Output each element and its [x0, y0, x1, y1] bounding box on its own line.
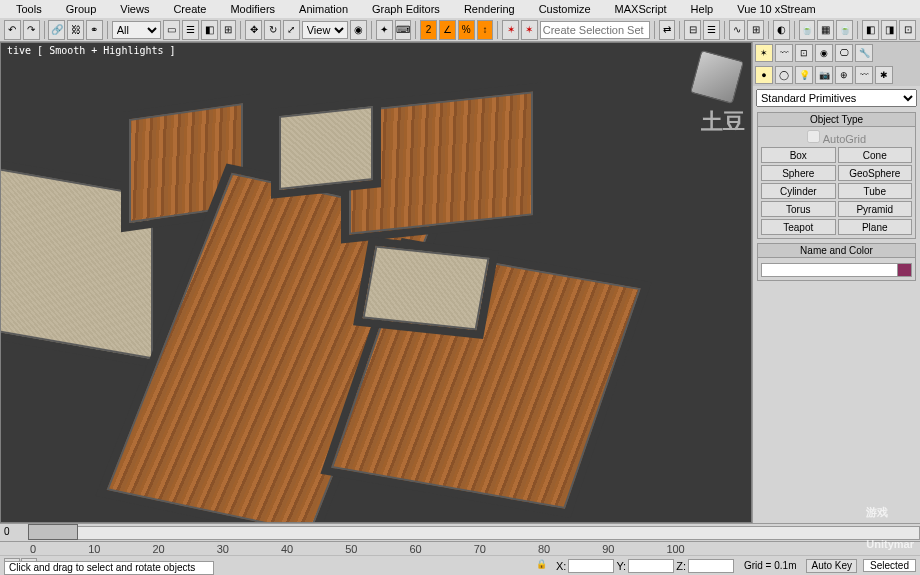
name-color-rollout: Name and Color: [757, 243, 916, 281]
cone-button[interactable]: Cone: [838, 147, 913, 163]
shapes-tab[interactable]: ◯: [775, 66, 793, 84]
menu-customize[interactable]: Customize: [527, 3, 603, 15]
menu-modifiers[interactable]: Modifiers: [218, 3, 287, 15]
frame-number: 0: [4, 526, 10, 537]
modify-tab[interactable]: 〰: [775, 44, 793, 62]
spinner-snap-button[interactable]: ↕: [477, 20, 494, 40]
menu-group[interactable]: Group: [54, 3, 109, 15]
autokey-button[interactable]: Auto Key: [806, 559, 857, 573]
schematic-button[interactable]: ⊞: [747, 20, 764, 40]
object-name-input[interactable]: [762, 264, 897, 276]
menu-animation[interactable]: Animation: [287, 3, 360, 15]
select-manipulate-button[interactable]: ✦: [376, 20, 393, 40]
cylinder-button[interactable]: Cylinder: [761, 183, 836, 199]
separator: [724, 21, 725, 39]
cameras-tab[interactable]: 📷: [815, 66, 833, 84]
key-mode-dropdown[interactable]: Selected: [863, 559, 916, 572]
menu-bar[interactable]: Tools Group Views Create Modifiers Anima…: [0, 0, 920, 18]
z-input[interactable]: [688, 559, 734, 573]
render-button[interactable]: 🍵: [836, 20, 853, 40]
separator: [679, 21, 680, 39]
separator: [44, 21, 45, 39]
create-tab[interactable]: ✶: [755, 44, 773, 62]
systems-tab[interactable]: ✱: [875, 66, 893, 84]
autogrid-checkbox[interactable]: [807, 130, 820, 143]
helpers-tab[interactable]: ⊕: [835, 66, 853, 84]
separator: [794, 21, 795, 39]
extra-1-button[interactable]: ◧: [862, 20, 879, 40]
select-name-button[interactable]: ☰: [182, 20, 199, 40]
lock-icon[interactable]: 🔒: [536, 559, 550, 573]
motion-tab[interactable]: ◉: [815, 44, 833, 62]
hierarchy-tab[interactable]: ⊡: [795, 44, 813, 62]
render-setup-button[interactable]: 🍵: [799, 20, 816, 40]
curve-editor-button[interactable]: ∿: [729, 20, 746, 40]
geosphere-button[interactable]: GeoSphere: [838, 165, 913, 181]
pyramid-button[interactable]: Pyramid: [838, 201, 913, 217]
keyboard-shortcut-button[interactable]: ⌨: [395, 20, 412, 40]
selection-filter-dropdown[interactable]: All: [112, 21, 162, 39]
plane-button[interactable]: Plane: [838, 219, 913, 235]
perspective-viewport[interactable]: tive [ Smooth + Highlights ] 土豆: [0, 42, 752, 523]
snap-2d-button[interactable]: 2: [420, 20, 437, 40]
selection-set-input[interactable]: [540, 21, 650, 39]
mirror-button[interactable]: ⇄: [659, 20, 676, 40]
lights-tab[interactable]: 💡: [795, 66, 813, 84]
bind-button[interactable]: ⚭: [86, 20, 103, 40]
undo-button[interactable]: ↶: [4, 20, 21, 40]
align-button[interactable]: ⊟: [684, 20, 701, 40]
sphere-button[interactable]: Sphere: [761, 165, 836, 181]
utilities-tab[interactable]: 🔧: [855, 44, 873, 62]
y-label: Y:: [616, 560, 626, 572]
torus-button[interactable]: Torus: [761, 201, 836, 217]
teapot-button[interactable]: Teapot: [761, 219, 836, 235]
menu-maxscript[interactable]: MAXScript: [603, 3, 679, 15]
menu-rendering[interactable]: Rendering: [452, 3, 527, 15]
material-editor-button[interactable]: ◐: [773, 20, 790, 40]
snap-angle-button[interactable]: ∠: [439, 20, 456, 40]
geometry-category-dropdown[interactable]: Standard Primitives: [756, 89, 917, 107]
x-input[interactable]: [568, 559, 614, 573]
menu-create[interactable]: Create: [161, 3, 218, 15]
menu-views[interactable]: Views: [108, 3, 161, 15]
rotate-button[interactable]: ↻: [264, 20, 281, 40]
menu-vue[interactable]: Vue 10 xStream: [725, 3, 827, 15]
extra-3-button[interactable]: ⊡: [899, 20, 916, 40]
geometry-tab[interactable]: ●: [755, 66, 773, 84]
snap-percent-button[interactable]: %: [458, 20, 475, 40]
separator: [107, 21, 108, 39]
separator: [768, 21, 769, 39]
window-crossing-button[interactable]: ⊞: [220, 20, 237, 40]
menu-help[interactable]: Help: [679, 3, 726, 15]
menu-tools[interactable]: Tools: [4, 3, 54, 15]
render-frame-button[interactable]: ▦: [817, 20, 834, 40]
time-ruler[interactable]: 0 10 20 30 40 50 60 70 80 90 100: [0, 542, 920, 556]
unlink-button[interactable]: ⛓: [67, 20, 84, 40]
separator: [415, 21, 416, 39]
select-region-button[interactable]: ◧: [201, 20, 218, 40]
named-selection-icon[interactable]: ✶: [502, 20, 519, 40]
box-button[interactable]: Box: [761, 147, 836, 163]
z-label: Z:: [676, 560, 686, 572]
time-slider[interactable]: 0: [0, 524, 920, 541]
redo-button[interactable]: ↷: [23, 20, 40, 40]
reference-coord-dropdown[interactable]: View: [302, 21, 348, 39]
y-input[interactable]: [628, 559, 674, 573]
scale-button[interactable]: ⤢: [283, 20, 300, 40]
object-color-swatch[interactable]: [897, 264, 911, 276]
name-color-header[interactable]: Name and Color: [758, 244, 915, 258]
object-type-header[interactable]: Object Type: [758, 113, 915, 127]
link-button[interactable]: 🔗: [48, 20, 65, 40]
spacewarps-tab[interactable]: 〰: [855, 66, 873, 84]
separator: [654, 21, 655, 39]
extra-2-button[interactable]: ◨: [881, 20, 898, 40]
move-button[interactable]: ✥: [245, 20, 262, 40]
menu-graph-editors[interactable]: Graph Editors: [360, 3, 452, 15]
time-slider-knob[interactable]: [28, 524, 78, 540]
tube-button[interactable]: Tube: [838, 183, 913, 199]
edit-named-selection-icon[interactable]: ✶: [521, 20, 538, 40]
select-button[interactable]: ▭: [163, 20, 180, 40]
display-tab[interactable]: 🖵: [835, 44, 853, 62]
use-pivot-button[interactable]: ◉: [350, 20, 367, 40]
layers-button[interactable]: ☰: [703, 20, 720, 40]
